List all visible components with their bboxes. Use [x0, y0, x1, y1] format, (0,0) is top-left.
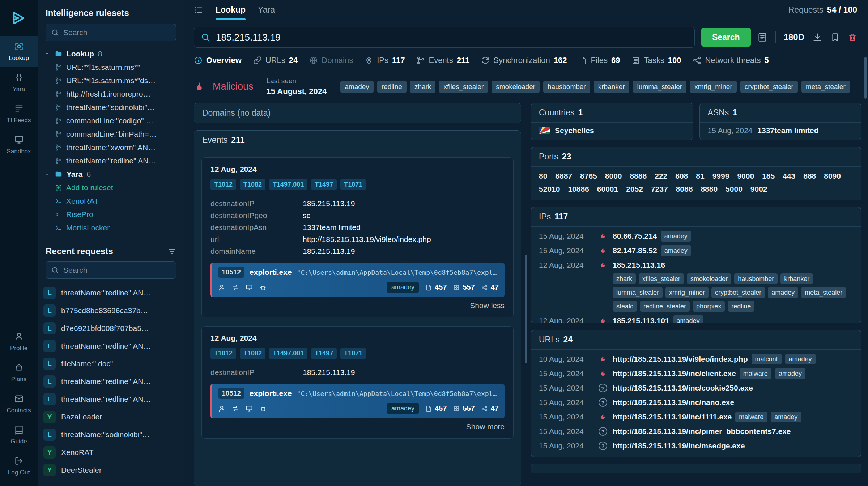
threat-tag[interactable]: amadey — [340, 81, 374, 93]
asn-row[interactable]: 15 Aug, 2024 1337team limited — [700, 123, 861, 140]
show-more-link[interactable]: Show more — [210, 422, 505, 431]
threat-tag[interactable]: krbanker — [780, 273, 813, 284]
rail-item-plans[interactable]: Plans — [0, 357, 38, 388]
rail-item-profile[interactable]: Profile — [0, 326, 38, 357]
threat-tag[interactable]: amadey — [673, 315, 703, 323]
port-value[interactable]: 9999 — [712, 172, 729, 180]
technique-chip[interactable]: T1012 — [210, 348, 236, 359]
ruleset-item[interactable]: threatName:"redline" AN… — [43, 154, 180, 167]
technique-chip[interactable]: T1497 — [311, 179, 337, 190]
rulesets-search-input[interactable] — [63, 28, 171, 37]
field-value[interactable]: http://185.215.113.19/vi9leo/index.php — [303, 233, 431, 245]
port-value[interactable]: 2052 — [626, 185, 643, 193]
threat-tag[interactable]: cryptbot_stealer — [740, 81, 798, 93]
url-row[interactable]: 10 Aug, 2024 http://185.215.113.19/vi9le… — [539, 352, 853, 366]
recent-search-input[interactable] — [63, 266, 171, 274]
ip-row[interactable]: 15 Aug, 2024 82.147.85.52 amadey — [539, 243, 853, 258]
trash-icon[interactable] — [848, 33, 857, 42]
threat-tag[interactable]: amadey — [771, 412, 801, 422]
rail-item-lookup[interactable]: Lookup — [0, 36, 38, 67]
technique-chip[interactable]: T1497 — [311, 348, 337, 359]
recent-request-item[interactable]: L threatName:"redline" AN… — [43, 372, 178, 390]
yara-rule-item[interactable]: XenoRAT — [43, 194, 180, 208]
threat-tag[interactable]: amadey — [768, 287, 798, 298]
threat-tag[interactable]: amadey — [661, 231, 691, 242]
threat-tag[interactable]: phorpiex — [693, 301, 725, 312]
rail-item-yara[interactable]: Yara — [0, 67, 38, 98]
threat-tag[interactable]: smokeloader — [492, 81, 540, 93]
result-tab-files[interactable]: Files69 — [578, 56, 620, 65]
port-value[interactable]: 443 — [783, 172, 795, 180]
process-row[interactable]: 10512 explorti.exe "C:\Users\admin\AppDa… — [210, 384, 505, 418]
port-value[interactable]: 8880 — [701, 185, 718, 193]
threat-tag[interactable]: meta_stealer — [801, 81, 850, 93]
threat-tag[interactable]: hausbomber — [543, 81, 590, 93]
port-value[interactable]: 808 — [675, 172, 688, 180]
port-value[interactable]: 9002 — [750, 185, 767, 193]
threat-tag[interactable]: xmrig_miner — [690, 81, 737, 93]
app-logo[interactable] — [0, 0, 38, 36]
url-value[interactable]: http://185.215.113.19/vi9leo/index.php — [613, 354, 748, 364]
port-value[interactable]: 5000 — [726, 185, 743, 193]
url-row[interactable]: 15 Aug, 2024 http://185.215.113.19/inc/1… — [539, 410, 853, 424]
field-value[interactable]: sc — [303, 209, 310, 221]
port-value[interactable]: 8090 — [824, 172, 841, 180]
threat-tag[interactable]: zhark — [410, 81, 435, 93]
ips-panel-header[interactable]: IPs 117 — [531, 207, 861, 227]
threat-tag[interactable]: meta_stealer — [801, 287, 846, 298]
threat-tag[interactable]: cryptbot_stealer — [711, 287, 765, 298]
threat-tag[interactable]: xfiles_stealer — [439, 81, 488, 93]
technique-chip[interactable]: T1071 — [340, 179, 366, 190]
port-value[interactable]: 60001 — [597, 185, 618, 193]
url-value[interactable]: http://185.215.113.19/inc/client.exe — [613, 368, 736, 379]
technique-chip[interactable]: T1497.001 — [269, 179, 307, 190]
field-value[interactable]: 185.215.113.19 — [303, 366, 355, 378]
ruleset-item[interactable]: http://fresh1.ironorepro… — [43, 87, 180, 101]
ruleset-item[interactable]: commandLine:"binPath=… — [43, 127, 180, 141]
threat-tag[interactable]: krbanker — [594, 81, 629, 93]
rail-item-sandbox[interactable]: Sandbox — [0, 129, 38, 161]
scrollbar-thumb[interactable] — [525, 255, 527, 363]
technique-chip[interactable]: T1082 — [240, 348, 265, 359]
threat-tag[interactable]: lumma_stealer — [613, 287, 663, 298]
recent-request-item[interactable]: L threatName:"sodinokibi"… — [43, 426, 178, 443]
recent-request-item[interactable]: L threatName:"redline" AN… — [43, 337, 178, 355]
bookmark-icon[interactable] — [830, 33, 840, 42]
ip-address[interactable]: 82.147.85.52 — [613, 245, 657, 256]
recent-request-item[interactable]: L b775cd8be83696ca37b… — [43, 302, 178, 319]
list-menu-icon[interactable] — [194, 5, 203, 15]
threat-tag[interactable]: zhark — [613, 273, 636, 284]
threat-tag[interactable]: lumma_stealer — [633, 81, 687, 93]
ruleset-item[interactable]: threatName:"sodinokibi"… — [43, 101, 180, 114]
lookup-query-input[interactable]: 185.215.113.19 — [194, 27, 695, 48]
result-tab-domains[interactable]: Domains — [309, 56, 353, 65]
tab-yara[interactable]: Yara — [258, 0, 275, 20]
result-tab-overview[interactable]: Overview — [194, 56, 242, 65]
url-value[interactable]: http://185.215.113.19/inc/cookie250.exe — [613, 383, 753, 393]
rulesets-search[interactable] — [46, 24, 176, 41]
port-value[interactable]: 185 — [762, 172, 775, 180]
country-row[interactable]: Seychelles — [531, 123, 693, 140]
threat-tag[interactable]: amadey — [661, 245, 691, 256]
port-value[interactable]: 8888 — [630, 172, 647, 180]
rail-item-guide[interactable]: Guide — [0, 419, 38, 451]
ip-row[interactable]: 15 Aug, 2024 80.66.75.214 amadey — [539, 229, 853, 243]
rail-item-contacts[interactable]: Contacts — [0, 388, 38, 419]
filter-icon[interactable] — [167, 247, 176, 256]
rail-item-logout[interactable]: Log Out — [0, 451, 38, 482]
yara-rule-item[interactable]: RisePro — [43, 208, 180, 221]
threat-tag[interactable]: malware — [735, 412, 767, 422]
port-value[interactable]: 81 — [696, 172, 704, 180]
ip-row[interactable]: 12 Aug, 2024 185.215.113.16 zharkxf — [539, 258, 853, 314]
threat-tag[interactable]: smokeloader — [687, 273, 731, 284]
scrollbar-thumb[interactable] — [864, 57, 867, 99]
events-panel-header[interactable]: Events 211 — [194, 131, 521, 150]
threat-tag[interactable]: redline — [377, 81, 407, 93]
folder-lookup[interactable]: Lookup 8 — [43, 47, 180, 60]
url-value[interactable]: http://185.215.113.19/inc/1111.exe — [613, 412, 732, 422]
technique-chip[interactable]: T1012 — [210, 179, 236, 190]
threat-tag[interactable]: stealc — [613, 301, 637, 312]
url-value[interactable]: http://185.215.113.19/inc/nano.exe — [613, 397, 734, 408]
field-value[interactable]: 185.215.113.19 — [303, 197, 355, 209]
port-value[interactable]: 8765 — [580, 172, 597, 180]
